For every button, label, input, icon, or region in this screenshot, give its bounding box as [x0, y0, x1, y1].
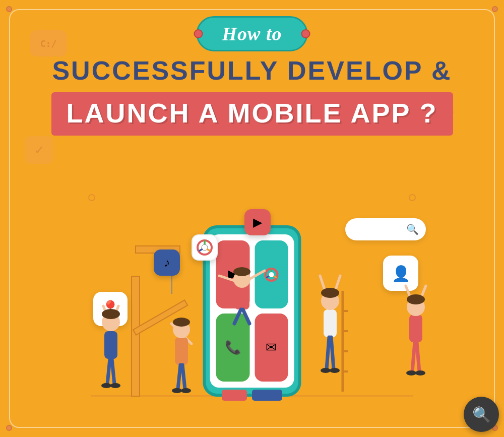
svg-point-1: [269, 272, 274, 277]
title-line1: SUCCESSFULLY DEVELOP &: [0, 55, 504, 86]
svg-line-40: [327, 337, 329, 369]
person-3: [217, 256, 267, 326]
search-button[interactable]: 🔍: [464, 397, 499, 432]
svg-line-8: [207, 249, 210, 251]
bg-code-box: C:/: [30, 30, 67, 56]
float-icon-music: ♪: [154, 249, 180, 276]
box-blue: [252, 390, 282, 401]
svg-line-55: [412, 342, 415, 371]
person-2: [166, 296, 197, 397]
svg-point-43: [330, 368, 340, 373]
how-to-banner: How to: [197, 16, 308, 51]
svg-rect-12: [104, 331, 117, 359]
bg-circle-right: [409, 194, 416, 201]
person-5: [398, 271, 433, 397]
svg-point-58: [415, 370, 425, 376]
svg-line-33: [234, 309, 241, 324]
svg-line-16: [112, 359, 114, 384]
float-icon-chrome: [192, 234, 218, 261]
svg-point-14: [102, 309, 120, 319]
corner-dot-tr: [492, 6, 498, 12]
svg-point-57: [406, 370, 416, 376]
title-line2: LAUNCH A MOBILE APP ?: [67, 98, 438, 128]
illustration: ▶ 📞 ✉ ♪: [0, 215, 504, 427]
svg-point-17: [101, 383, 111, 388]
svg-point-54: [407, 294, 425, 304]
svg-point-18: [110, 383, 120, 388]
svg-line-34: [243, 309, 249, 324]
how-to-text: How to: [222, 23, 282, 44]
svg-line-41: [331, 337, 334, 369]
svg-point-23: [173, 318, 190, 327]
svg-line-15: [107, 359, 110, 384]
svg-rect-52: [409, 315, 422, 342]
search-bar-icon: 🔍: [406, 223, 419, 235]
person-1: [93, 286, 129, 397]
svg-line-56: [417, 342, 419, 371]
svg-point-32: [233, 267, 250, 276]
svg-line-3: [274, 276, 277, 278]
bg-circle-left: [88, 194, 95, 201]
title-line2-wrapper: LAUNCH A MOBILE APP ?: [51, 92, 453, 136]
svg-rect-30: [234, 287, 249, 309]
svg-line-24: [178, 365, 180, 389]
crane-mast: [131, 276, 140, 397]
main-container: C:/ ✓ How to SUCCESSFULLY DEVELOP & LAUN…: [0, 0, 504, 437]
person-4: [312, 261, 348, 397]
svg-point-27: [181, 388, 191, 393]
svg-point-26: [172, 388, 182, 393]
title-area: SUCCESSFULLY DEVELOP & LAUNCH A MOBILE A…: [0, 55, 504, 136]
search-icon: 🔍: [472, 406, 491, 423]
svg-point-42: [321, 368, 331, 373]
bg-check-box: ✓: [25, 136, 53, 164]
corner-dot-tl: [6, 6, 12, 12]
float-icon-video: ▶: [244, 209, 271, 235]
svg-line-9: [199, 249, 203, 251]
svg-rect-37: [324, 309, 337, 337]
svg-rect-21: [175, 337, 188, 365]
search-bar-decoration: 🔍: [345, 218, 426, 240]
svg-point-39: [321, 288, 339, 298]
box-red: [222, 390, 247, 401]
svg-line-25: [182, 365, 185, 389]
